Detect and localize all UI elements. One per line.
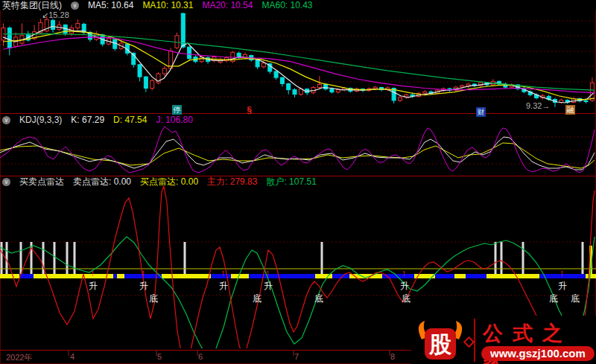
candle xyxy=(82,22,86,34)
up-arrow-icon: ↑ xyxy=(221,269,225,278)
radar-band-yellow-segment xyxy=(0,274,19,278)
ma-value-MA20: MA20: 10.54 xyxy=(202,0,253,10)
rise-label: 升 xyxy=(89,280,98,293)
collapse-kdj-icon[interactable]: ∨ xyxy=(2,116,10,124)
rise-label: 升 xyxy=(139,280,148,293)
kdj-layer xyxy=(0,127,595,173)
radar-band-yellow-segment xyxy=(162,274,211,278)
up-arrow-icon: ↑ xyxy=(559,269,564,278)
candle xyxy=(559,98,563,103)
radar-band-yellow-segment xyxy=(486,274,539,278)
candle xyxy=(113,39,117,51)
ma-value-MA60: MA60: 10.43 xyxy=(261,0,312,10)
symbol-title: 英特集团(日线) xyxy=(2,0,62,10)
candle xyxy=(504,83,507,89)
rise-label: 升 xyxy=(558,280,567,293)
candle xyxy=(51,19,55,32)
candle xyxy=(26,31,30,42)
radar-band-yellow-segment xyxy=(231,274,249,278)
radar-band-yellow-segment xyxy=(454,274,466,278)
candle xyxy=(280,77,284,86)
bottom-label: 底 xyxy=(549,293,558,305)
radar-band-yellow-segment xyxy=(34,274,113,278)
candle xyxy=(57,21,61,31)
radar-panel-header: ∨买卖点雷达卖点雷达: 0.00买点雷达: 0.00主力: 279.83散户: … xyxy=(2,176,335,187)
bottom-label: 底 xyxy=(149,293,158,305)
event-marker-§: § xyxy=(244,106,254,115)
candle xyxy=(293,89,297,98)
candle xyxy=(188,46,191,60)
peak-price-label: ↙15.28 xyxy=(42,10,69,20)
site-logo: 股 公式之家 www.gszj100.com xyxy=(411,316,596,364)
low-price-label: 9.32→ xyxy=(526,101,550,110)
up-arrow-icon: ↑ xyxy=(90,269,95,278)
logo-divider xyxy=(474,319,475,362)
logo-stock-char: 股 xyxy=(428,332,452,357)
candle xyxy=(150,79,154,90)
candle xyxy=(405,94,408,99)
bull-icon: 股 xyxy=(413,319,468,363)
kdj-panel-header: ∨KDJ(9,3,3)K: 67.29D: 47.54J: 106.80 xyxy=(2,115,211,125)
candle xyxy=(156,72,160,84)
ma-value-MA10: MA10: 10.31 xyxy=(142,0,193,10)
event-marker-停: 停 xyxy=(172,105,182,115)
up-arrow-icon: ↑ xyxy=(141,269,145,278)
rise-label: 升 xyxy=(219,280,228,293)
radar-signal-bar xyxy=(1,242,3,274)
event-marker-融: 融 xyxy=(565,105,575,115)
price-layer xyxy=(1,13,595,107)
axis-label-8: 8 xyxy=(390,352,395,361)
axis-label-5: 5 xyxy=(157,352,162,361)
kdj-value-D: D: 47.54 xyxy=(113,115,147,125)
candle xyxy=(274,71,278,80)
bottom-label: 底 xyxy=(314,293,323,305)
radar-signal-bar xyxy=(582,242,584,274)
axis-label-7: 7 xyxy=(294,352,299,361)
axis-label-2022年: 2022年 xyxy=(6,352,32,363)
candle xyxy=(553,98,557,106)
rise-label: 升 xyxy=(264,280,273,293)
radar-signal-bar xyxy=(321,242,323,274)
radar-signal-bar xyxy=(184,242,186,274)
radar-value-主力: 主力: 279.83 xyxy=(207,176,257,187)
candle xyxy=(138,64,142,82)
radar-signal-bar xyxy=(20,242,22,274)
radar-layer xyxy=(0,242,596,278)
radar-signal-bar xyxy=(54,242,56,274)
ma-value-MA5: MA5: 10.64 xyxy=(88,0,133,10)
candle xyxy=(162,66,166,76)
bottom-label: 底 xyxy=(253,293,261,305)
collapse-radar-icon[interactable]: ∨ xyxy=(2,178,10,186)
event-marker-财: 财 xyxy=(476,107,486,117)
price-panel-header: 英特集团(日线)∨MA5: 10.64MA10: 10.31MA20: 10.5… xyxy=(2,0,331,10)
candle xyxy=(256,60,259,69)
radar-signal-bar xyxy=(501,242,503,274)
axis-label-4: 4 xyxy=(70,352,74,361)
radar-signal-bar xyxy=(522,242,524,274)
radar-band-yellow-segment xyxy=(586,274,596,278)
candle xyxy=(144,76,148,92)
radar-signal-bar xyxy=(66,242,69,274)
collapse-price-icon[interactable]: ∨ xyxy=(71,1,79,10)
radar-title: 买卖点雷达 xyxy=(19,176,64,187)
rise-label: 升 xyxy=(400,280,409,293)
kdj-title: KDJ(9,3,3) xyxy=(19,115,62,125)
kdj-value-J: J: 106.80 xyxy=(156,115,192,125)
radar-signal-bar xyxy=(74,242,76,274)
bottom-label: 底 xyxy=(402,293,410,305)
radar-signal-bar xyxy=(6,242,8,274)
candle xyxy=(287,83,291,94)
radar-value-卖点雷达: 卖点雷达: 0.00 xyxy=(73,176,131,187)
logo-website[interactable]: www.gszj100.com xyxy=(481,346,595,361)
up-arrow-icon: ↑ xyxy=(402,269,406,278)
radar-value-买点雷达: 买点雷达: 0.00 xyxy=(140,176,198,187)
kdj-value-K: K: 67.29 xyxy=(71,115,104,125)
candle xyxy=(571,97,575,103)
radar-signal-bar xyxy=(495,242,497,274)
radar-band-yellow-segment xyxy=(117,274,124,278)
candle xyxy=(175,33,179,50)
candle xyxy=(1,23,5,46)
axis-label-6: 6 xyxy=(198,352,203,361)
candle xyxy=(237,51,241,59)
stock-app-window: 英特集团(日线)∨MA5: 10.64MA10: 10.31MA20: 10.5… xyxy=(0,0,596,364)
